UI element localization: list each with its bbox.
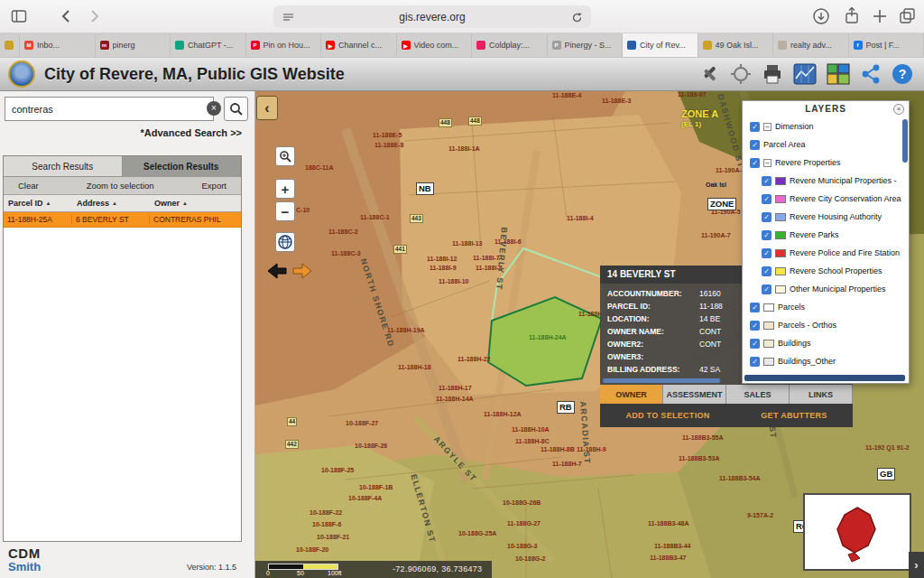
forward-button[interactable] (85, 7, 103, 29)
print-icon[interactable] (762, 63, 783, 85)
search-input[interactable] (5, 97, 214, 121)
layers-close-button[interactable]: × (893, 104, 904, 115)
table-row[interactable]: 11-188H-25A 6 BEVERLY ST CONTRERAS PHIL (4, 212, 241, 228)
tabs-overview-button[interactable] (898, 7, 916, 29)
expand-panel-button[interactable]: › (909, 552, 924, 578)
column-header[interactable]: Owner ▲ (150, 199, 238, 208)
full-extent-globe-button[interactable] (275, 232, 295, 252)
layer-label: Parcel Area (763, 140, 806, 149)
popup-tab[interactable]: LINKS (790, 385, 853, 404)
browser-tab[interactable]: f Post | F... (849, 33, 924, 57)
popup-tab[interactable]: SALES (726, 385, 790, 404)
url-bar[interactable]: gis.revere.org (273, 5, 591, 28)
tab-title: pinerg (113, 41, 135, 50)
clear-search-button[interactable]: × (207, 101, 221, 116)
browser-tab[interactable]: ChatGPT -... (171, 33, 246, 57)
zoning-label: NB (416, 182, 434, 195)
overview-map-inset[interactable] (803, 493, 911, 571)
layers-vertical-scrollbar[interactable] (902, 119, 908, 163)
browser-tab[interactable]: Coldplay:... (472, 33, 548, 57)
layer-item[interactable]: ✓ Revere Municipal Properties - (743, 172, 903, 190)
layers-horizontal-scrollbar[interactable] (744, 375, 905, 381)
reload-icon[interactable] (571, 11, 583, 27)
results-tab[interactable]: Search Results (4, 156, 123, 177)
tab-title: Pinergy - S... (565, 41, 612, 50)
layer-item[interactable]: ✓ Revere Parks (743, 226, 903, 244)
locate-icon[interactable] (730, 63, 752, 85)
layer-item[interactable]: ✓ − Revere Properties (743, 154, 903, 172)
zoom-in-button[interactable]: + (275, 179, 295, 199)
layer-checkbox[interactable]: ✓ (750, 303, 760, 312)
help-icon[interactable]: ? (892, 63, 913, 85)
browser-tab[interactable]: P Pinergy - S... (548, 33, 624, 57)
sort-arrow-icon[interactable]: ▲ (112, 200, 117, 206)
sort-arrow-icon[interactable]: ▲ (182, 200, 188, 206)
column-header[interactable]: Address ▲ (72, 199, 150, 208)
results-toolbar-button[interactable]: Export (202, 181, 226, 191)
layer-item[interactable]: ✓ Parcel Area (743, 135, 903, 154)
layer-checkbox[interactable]: ✓ (762, 248, 772, 258)
tools-icon[interactable] (698, 63, 720, 85)
browser-tab[interactable]: ▶ Channel c... (321, 33, 397, 57)
layer-item[interactable]: ✓ Parcels (743, 298, 903, 316)
search-button[interactable] (224, 97, 248, 121)
layer-checkbox[interactable]: ✓ (762, 284, 772, 294)
layer-item[interactable]: ✓ − Dimension (743, 117, 903, 135)
zoom-out-button[interactable]: − (275, 201, 295, 221)
popup-action-button[interactable]: ADD TO SELECTION (625, 411, 709, 420)
layer-checkbox[interactable]: ✓ (762, 212, 772, 222)
browser-tab[interactable]: realty adv... (773, 33, 849, 57)
reader-icon[interactable] (282, 11, 294, 27)
layer-checkbox[interactable]: ✓ (750, 158, 760, 168)
layers-map-icon[interactable] (827, 62, 850, 86)
results-toolbar-button[interactable]: Clear (18, 181, 39, 191)
layer-item[interactable]: ✓ Revere Housing Authority (743, 208, 903, 226)
collapse-panel-button[interactable]: ‹ (256, 96, 278, 120)
layer-item[interactable]: ✓ Buildings_Other (743, 352, 903, 370)
layer-checkbox[interactable]: ✓ (750, 357, 760, 367)
layer-checkbox[interactable]: ✓ (750, 122, 760, 132)
zoom-window-button[interactable] (275, 146, 295, 166)
layer-item[interactable]: ✓ Revere Police and Fire Station (743, 244, 903, 262)
browser-tab[interactable]: 49 Oak Isl... (698, 33, 774, 57)
results-tab[interactable]: Selection Results (123, 156, 242, 177)
search-icon (229, 102, 244, 117)
new-tab-button[interactable] (871, 7, 889, 29)
basemap-icon[interactable] (793, 62, 817, 86)
back-button[interactable] (58, 7, 76, 29)
results-toolbar-button[interactable]: Zoom to selection (87, 181, 154, 191)
browser-tab[interactable]: ▶ Video com... (397, 33, 473, 57)
next-extent-button[interactable] (291, 262, 313, 280)
advanced-search-link[interactable]: *Advanced Search >> (0, 127, 242, 138)
layer-item[interactable]: ✓ Buildings (743, 334, 903, 352)
layer-checkbox[interactable]: ✓ (750, 321, 760, 331)
browser-tab[interactable]: M Inbo... (20, 33, 96, 57)
layer-checkbox[interactable]: ✓ (762, 194, 772, 204)
browser-tab[interactable]: m pinerg (96, 33, 171, 57)
layer-checkbox[interactable]: ✓ (762, 230, 772, 240)
layer-checkbox[interactable]: ✓ (750, 339, 760, 349)
popup-action-button[interactable]: GET ABUTTERS (761, 411, 827, 420)
layer-item[interactable]: ✓ Revere School Properties (743, 262, 903, 280)
sidebar-icon[interactable] (11, 8, 27, 28)
popup-scrollbar[interactable] (603, 378, 720, 383)
browser-tab[interactable]: P Pin on Hou... (246, 33, 322, 57)
popup-tab[interactable]: ASSESSMENT (663, 385, 726, 404)
sort-arrow-icon[interactable]: ▲ (46, 200, 51, 206)
layer-item[interactable]: ✓ Revere City Conservation Area (743, 190, 903, 208)
browser-tab[interactable]: City of Rev... (623, 33, 698, 57)
browser-tab[interactable] (0, 33, 20, 57)
share-button[interactable] (843, 6, 861, 28)
downloads-button[interactable] (812, 7, 830, 29)
previous-extent-button[interactable] (266, 262, 288, 280)
popup-tab[interactable]: OWNER (600, 385, 663, 404)
group-toggle-icon[interactable]: − (763, 123, 772, 131)
layer-checkbox[interactable]: ✓ (750, 140, 760, 150)
group-toggle-icon[interactable]: − (763, 159, 772, 167)
layer-checkbox[interactable]: ✓ (762, 176, 772, 186)
share-map-icon[interactable] (860, 63, 882, 85)
layer-item[interactable]: ✓ Parcels - Orthos (743, 316, 903, 334)
column-header[interactable]: Parcel ID ▲ (4, 199, 72, 208)
layer-item[interactable]: ✓ Other Municipal Properties (743, 280, 903, 298)
layer-checkbox[interactable]: ✓ (762, 266, 772, 276)
